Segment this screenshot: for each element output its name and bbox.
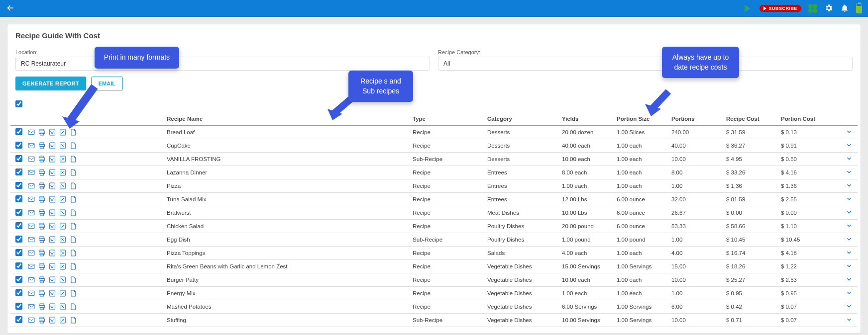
email-icon[interactable]	[27, 155, 35, 163]
email-icon[interactable]	[27, 168, 35, 176]
email-icon[interactable]	[27, 276, 35, 284]
col-yields[interactable]: Yields	[557, 113, 612, 125]
word-icon[interactable]	[48, 303, 56, 311]
expand-row-icon[interactable]	[846, 262, 853, 269]
excel-icon[interactable]	[59, 249, 67, 257]
email-icon[interactable]	[27, 142, 35, 150]
category-select[interactable]: All	[438, 57, 853, 71]
word-icon[interactable]	[48, 182, 56, 190]
email-icon[interactable]	[27, 262, 35, 270]
row-checkbox[interactable]	[15, 316, 22, 323]
col-recipe-name[interactable]: Recipe Name	[162, 113, 408, 125]
pdf-icon[interactable]	[69, 276, 77, 284]
email-icon[interactable]	[27, 195, 35, 203]
word-icon[interactable]	[48, 276, 56, 284]
expand-row-icon[interactable]	[846, 195, 853, 202]
expand-row-icon[interactable]	[846, 316, 853, 323]
expand-row-icon[interactable]	[846, 209, 853, 216]
pdf-icon[interactable]	[69, 195, 77, 203]
excel-icon[interactable]	[59, 195, 67, 203]
word-icon[interactable]	[48, 195, 56, 203]
pdf-icon[interactable]	[69, 262, 77, 270]
excel-icon[interactable]	[59, 182, 67, 190]
select-all-checkbox[interactable]	[15, 100, 22, 107]
email-icon[interactable]	[27, 128, 35, 136]
excel-icon[interactable]	[59, 236, 67, 244]
row-checkbox[interactable]	[15, 262, 22, 269]
expand-row-icon[interactable]	[846, 182, 853, 189]
print-icon[interactable]	[38, 142, 46, 150]
email-icon[interactable]	[27, 316, 35, 324]
email-icon[interactable]	[27, 222, 35, 230]
print-icon[interactable]	[38, 128, 46, 136]
print-icon[interactable]	[38, 316, 46, 324]
pdf-icon[interactable]	[69, 155, 77, 163]
pdf-icon[interactable]	[69, 316, 77, 324]
pdf-icon[interactable]	[69, 289, 77, 297]
expand-row-icon[interactable]	[846, 289, 853, 296]
pdf-icon[interactable]	[69, 142, 77, 150]
row-checkbox[interactable]	[15, 303, 22, 310]
email-icon[interactable]	[27, 303, 35, 311]
print-icon[interactable]	[38, 276, 46, 284]
col-category[interactable]: Category	[482, 113, 557, 125]
gear-icon[interactable]	[824, 3, 833, 14]
row-checkbox[interactable]	[15, 142, 22, 149]
print-icon[interactable]	[38, 182, 46, 190]
row-checkbox[interactable]	[15, 276, 22, 283]
expand-row-icon[interactable]	[846, 303, 853, 310]
excel-icon[interactable]	[59, 222, 67, 230]
pdf-icon[interactable]	[69, 236, 77, 244]
row-checkbox[interactable]	[15, 236, 22, 243]
print-icon[interactable]	[38, 155, 46, 163]
row-checkbox[interactable]	[15, 155, 22, 162]
word-icon[interactable]	[48, 168, 56, 176]
print-icon[interactable]	[38, 303, 46, 311]
row-checkbox[interactable]	[15, 289, 22, 296]
expand-row-icon[interactable]	[846, 168, 853, 175]
expand-row-icon[interactable]	[846, 249, 853, 256]
location-select[interactable]: RC Restaurateur	[15, 57, 430, 71]
word-icon[interactable]	[48, 128, 56, 136]
print-icon[interactable]	[38, 289, 46, 297]
expand-row-icon[interactable]	[846, 236, 853, 243]
print-icon[interactable]	[38, 209, 46, 217]
excel-icon[interactable]	[59, 289, 67, 297]
email-icon[interactable]	[27, 289, 35, 297]
row-checkbox[interactable]	[15, 222, 22, 229]
col-type[interactable]: Type	[408, 113, 482, 125]
pdf-icon[interactable]	[69, 209, 77, 217]
pdf-icon[interactable]	[69, 222, 77, 230]
word-icon[interactable]	[48, 249, 56, 257]
expand-row-icon[interactable]	[846, 155, 853, 162]
col-recipe-cost[interactable]: Recipe Cost	[721, 113, 776, 125]
print-icon[interactable]	[38, 236, 46, 244]
clover-icon[interactable]	[808, 4, 817, 13]
email-icon[interactable]	[27, 236, 35, 244]
excel-icon[interactable]	[59, 155, 67, 163]
pdf-icon[interactable]	[69, 182, 77, 190]
expand-row-icon[interactable]	[846, 222, 853, 229]
excel-icon[interactable]	[59, 142, 67, 150]
excel-icon[interactable]	[59, 303, 67, 311]
word-icon[interactable]	[48, 289, 56, 297]
excel-icon[interactable]	[59, 276, 67, 284]
word-icon[interactable]	[48, 236, 56, 244]
email-icon[interactable]	[27, 209, 35, 217]
back-icon[interactable]	[6, 3, 15, 14]
expand-row-icon[interactable]	[846, 142, 853, 149]
expand-row-icon[interactable]	[846, 128, 853, 135]
print-icon[interactable]	[38, 195, 46, 203]
pdf-icon[interactable]	[69, 249, 77, 257]
print-icon[interactable]	[38, 262, 46, 270]
email-icon[interactable]	[27, 182, 35, 190]
expand-row-icon[interactable]	[846, 276, 853, 283]
row-checkbox[interactable]	[15, 128, 22, 135]
subscribe-button[interactable]: SUBSCRIBE	[760, 5, 801, 12]
bell-icon[interactable]	[840, 3, 849, 14]
row-checkbox[interactable]	[15, 182, 22, 189]
excel-icon[interactable]	[59, 168, 67, 176]
excel-icon[interactable]	[59, 209, 67, 217]
print-icon[interactable]	[38, 249, 46, 257]
word-icon[interactable]	[48, 262, 56, 270]
